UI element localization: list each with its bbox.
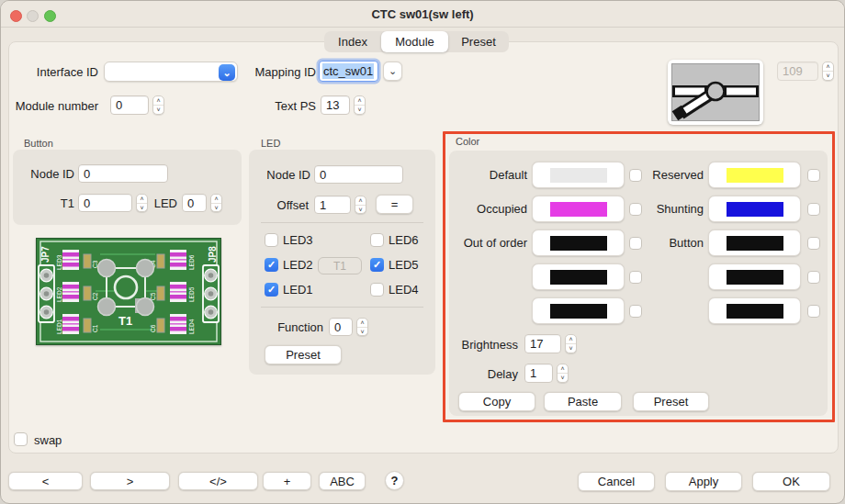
svg-text:LED5: LED5 (188, 286, 195, 302)
button-color-swatch[interactable] (708, 230, 801, 256)
extra-color-checkbox-4[interactable]: ✓ (807, 305, 820, 318)
tab-preset[interactable]: Preset (448, 31, 509, 52)
pcb-preview: JP7 JP8 LED3 C3 LED2 C2 LED1 (36, 238, 221, 345)
button-color-label: Button (627, 236, 704, 251)
pcb-jp7-label: JP7 (40, 246, 51, 263)
occupied-color-swatch[interactable] (532, 196, 625, 222)
led6-checkbox[interactable]: ✓ (370, 233, 384, 247)
stepper-down-icon[interactable]: ˅ (357, 327, 367, 336)
button-color-checkbox[interactable]: ✓ (807, 237, 820, 250)
extra-color-checkbox-1[interactable]: ✓ (629, 271, 642, 284)
paste-button[interactable]: Paste (544, 392, 622, 411)
color-bar (727, 236, 783, 251)
cancel-button[interactable]: Cancel (578, 472, 655, 491)
default-color-label: Default (451, 168, 527, 183)
function-input[interactable]: 0 (329, 318, 353, 336)
text-ps-input[interactable]: 13 (321, 95, 350, 115)
function-stepper[interactable]: ˄ ˅ (356, 318, 368, 336)
shunting-color-swatch[interactable] (708, 196, 801, 222)
stepper-up-icon[interactable]: ˄ (355, 196, 366, 205)
brightness-input[interactable]: 17 (524, 334, 561, 353)
nav-code-button[interactable]: </> (178, 472, 258, 490)
track-switch-image (671, 63, 760, 121)
delay-input[interactable]: 1 (524, 364, 553, 383)
help-button[interactable]: ? (385, 471, 404, 490)
stepper-up-icon[interactable]: ˄ (823, 62, 833, 71)
tab-module[interactable]: Module (381, 31, 448, 52)
symbol-number-stepper[interactable]: ˄ ˅ (822, 62, 834, 81)
stepper-up-icon[interactable]: ˄ (355, 96, 365, 105)
out-of-order-color-swatch[interactable] (532, 230, 625, 256)
stepper-down-icon[interactable]: ˅ (153, 105, 163, 114)
button-node-id-input[interactable]: 0 (78, 164, 168, 183)
extra-color-checkbox-2[interactable]: ✓ (807, 271, 820, 284)
button-t1-stepper[interactable]: ˄ ˅ (136, 194, 148, 212)
stepper-up-icon[interactable]: ˄ (566, 335, 576, 343)
shunting-color-checkbox[interactable]: ✓ (807, 203, 820, 216)
color-bar (550, 270, 607, 285)
stepper-down-icon[interactable]: ˅ (137, 203, 147, 212)
led-offset-input[interactable]: 1 (314, 196, 351, 214)
reserved-color-label: Reserved (627, 168, 704, 183)
tab-index[interactable]: Index (324, 31, 381, 52)
extra-color-swatch-3[interactable] (532, 297, 625, 324)
stepper-down-icon[interactable]: ˅ (355, 105, 365, 114)
mapping-id-dropdown-button[interactable]: ⌄ (383, 62, 402, 81)
extra-color-swatch-2[interactable] (708, 263, 801, 290)
module-number-stepper[interactable]: ˄ ˅ (152, 95, 164, 115)
window-title: CTC sw01(sw left) (1, 7, 844, 21)
swap-checkbox[interactable]: ✓ (14, 432, 28, 446)
button-t1-input[interactable]: 0 (78, 194, 132, 212)
led2-checkbox[interactable]: ✓ (265, 258, 278, 272)
nav-add-button[interactable]: + (263, 472, 311, 490)
extra-color-checkbox-3[interactable]: ✓ (629, 305, 642, 318)
led-offset-stepper[interactable]: ˄ ˅ (355, 196, 366, 214)
module-number-input[interactable]: 0 (110, 95, 149, 115)
interface-id-select[interactable]: ⌄ (104, 62, 238, 82)
button-node-id-label: Node ID (25, 167, 74, 182)
led3-checkbox[interactable]: ✓ (265, 233, 278, 247)
reserved-color-swatch[interactable] (708, 162, 801, 188)
stepper-up-icon[interactable]: ˄ (153, 96, 163, 105)
ok-button[interactable]: OK (752, 472, 830, 491)
symbol-preview[interactable] (668, 60, 763, 125)
apply-button[interactable]: Apply (665, 472, 742, 491)
led1-label: LED1 (283, 283, 313, 297)
extra-color-swatch-1[interactable] (532, 263, 625, 290)
stepper-up-icon[interactable]: ˄ (357, 319, 367, 327)
extra-color-swatch-4[interactable] (708, 297, 801, 324)
nav-next-button[interactable]: > (90, 472, 170, 490)
color-preset-button[interactable]: Preset (633, 392, 709, 411)
button-led-input[interactable]: 0 (182, 194, 207, 212)
text-ps-stepper[interactable]: ˄ ˅ (354, 95, 366, 115)
equals-button[interactable]: = (376, 195, 413, 214)
copy-button[interactable]: Copy (458, 392, 535, 411)
led4-checkbox[interactable]: ✓ (370, 283, 384, 297)
delay-stepper[interactable]: ˄ ˅ (557, 364, 569, 383)
nav-prev-button[interactable]: < (8, 472, 83, 490)
stepper-down-icon[interactable]: ˅ (355, 205, 366, 214)
chevron-down-icon[interactable]: ⌄ (219, 64, 235, 81)
button-led-stepper[interactable]: ˄ ˅ (210, 194, 222, 212)
stepper-down-icon[interactable]: ˅ (558, 373, 568, 382)
default-color-swatch[interactable] (532, 162, 625, 188)
svg-text:LED3: LED3 (56, 254, 62, 270)
stepper-down-icon[interactable]: ˅ (566, 343, 576, 353)
reserved-color-checkbox[interactable]: ✓ (807, 169, 820, 182)
stepper-down-icon[interactable]: ˅ (211, 203, 221, 212)
brightness-stepper[interactable]: ˄ ˅ (565, 334, 577, 353)
led-preset-button[interactable]: Preset (265, 345, 342, 364)
stepper-up-icon[interactable]: ˄ (137, 195, 147, 203)
mapping-id-input[interactable]: ctc_sw01 (319, 61, 378, 82)
swap-label: swap (34, 433, 62, 448)
led-node-id-input[interactable]: 0 (314, 165, 403, 184)
nav-abc-button[interactable]: ABC (319, 472, 366, 490)
stepper-down-icon[interactable]: ˅ (823, 71, 833, 80)
led5-checkbox[interactable]: ✓ (370, 258, 384, 272)
stepper-up-icon[interactable]: ˄ (211, 195, 221, 203)
svg-text:LED2: LED2 (56, 286, 62, 302)
stepper-up-icon[interactable]: ˄ (558, 364, 568, 373)
symbol-number-field: 109 (777, 62, 818, 81)
svg-text:LED4: LED4 (188, 319, 195, 334)
led1-checkbox[interactable]: ✓ (265, 283, 278, 297)
